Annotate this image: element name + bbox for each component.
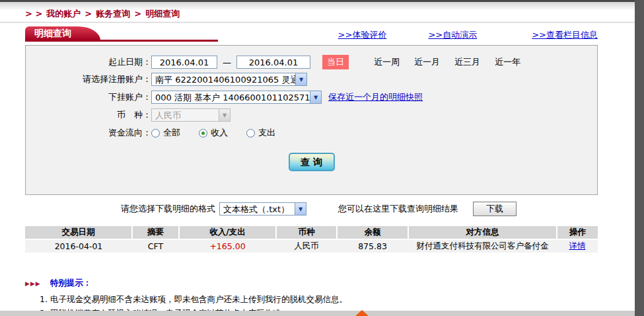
chevron-down-icon[interactable]: ▼ (295, 203, 306, 215)
chevron-down-icon: ▼ (219, 109, 230, 121)
col-header-date: 交易日期 (25, 226, 132, 239)
breadcrumb-prefix: > > (25, 9, 42, 19)
download-format-label: 请您选择下载明细的格式 (121, 203, 215, 215)
currency-label: 币 种： (26, 109, 151, 121)
flow-option-income-label: 收入 (211, 127, 228, 139)
cell-date: 2016-04-01 (25, 239, 132, 253)
date-range-row: 起止日期： — 当日 近一周 近一月 近三月 近一年 (26, 55, 597, 69)
sub-account-row: 下挂账户： 000 活期 基本户 1406600101102571848 ▼ 保… (26, 91, 597, 104)
breadcrumb-item-detail-query[interactable]: 明细查询 (145, 9, 180, 19)
notice-header: ▶▶▶ 特别提示： (25, 278, 606, 289)
breadcrumb-separator: > (85, 9, 92, 19)
breadcrumb-divider (0, 22, 635, 23)
detail-link[interactable]: 详情 (569, 241, 586, 251)
table-row: 2016-04-01 CFT +165.00 人民币 875.83 财付通支付科… (25, 239, 598, 253)
link-view-column-info[interactable]: >>查看栏目信息 (532, 29, 598, 41)
currency-select: 人民币 ▼ (151, 108, 231, 122)
flow-option-expense[interactable]: 支出 (246, 127, 275, 139)
download-row: 请您选择下载明细的格式 文本格式（.txt） ▼ 您可以在这里下载查询明细结果 … (25, 202, 598, 216)
register-account-row: 请选择注册账户： 南平 6222001406100921065 灵通卡 ▼ (26, 73, 597, 86)
date-range-label: 起止日期： (26, 56, 151, 68)
window-right-edge (635, 0, 644, 316)
radio-icon[interactable] (151, 129, 160, 138)
today-badge[interactable]: 当日 (322, 55, 349, 69)
col-header-amount: 收入/支出 (179, 226, 276, 239)
cell-amount: +165.00 (179, 239, 276, 253)
fund-flow-label: 资金流向： (26, 127, 151, 139)
radio-icon[interactable] (246, 129, 255, 138)
flow-option-all[interactable]: 全部 (151, 127, 180, 139)
currency-row: 币 种： 人民币 ▼ (26, 108, 597, 122)
sub-account-value: 000 活期 基本户 1406600101102571848 (152, 91, 310, 103)
flow-option-all-label: 全部 (163, 127, 180, 139)
query-form-panel: 起止日期： — 当日 近一周 近一月 近三月 近一年 请选择注册账户： 南平 6… (25, 45, 598, 195)
breadcrumb: > >我的账户>账务查询>明细查询 (25, 8, 184, 20)
register-account-value: 南平 6222001406100921065 灵通卡 (152, 73, 295, 85)
quick-range-quarter[interactable]: 近三月 (454, 56, 480, 68)
breadcrumb-item-my-account[interactable]: 我的账户 (46, 9, 81, 19)
notice-item-1: 1. 电子现金交易明细不含未达账项，即未包含商户还未上传到我行的脱机交易信息。 (40, 294, 606, 305)
detail-query-page: > >我的账户>账务查询>明细查询 明细查询 >>体验评价 >>自动演示 >>查… (0, 0, 644, 316)
quick-range-year[interactable]: 近一年 (495, 56, 520, 68)
col-header-summary: 摘要 (132, 226, 179, 239)
flow-option-expense-label: 支出 (258, 127, 275, 139)
query-button[interactable]: 查 询 (289, 153, 335, 171)
breadcrumb-separator: > (134, 9, 141, 19)
page-bottom-arrow-icon (355, 310, 369, 316)
quick-range-month[interactable]: 近一月 (414, 56, 440, 68)
col-header-action: 操作 (557, 226, 598, 239)
fund-flow-row: 资金流向： 全部 收入 支出 (26, 127, 597, 139)
register-account-select[interactable]: 南平 6222001406100921065 灵通卡 ▼ (151, 73, 307, 86)
link-experience-rating[interactable]: >>体验评价 (338, 29, 387, 41)
cell-currency: 人民币 (276, 239, 337, 253)
col-header-currency: 币种 (276, 226, 337, 239)
register-account-label: 请选择注册账户： (26, 73, 151, 85)
col-header-balance: 余额 (337, 226, 408, 239)
header-links: >>体验评价 >>自动演示 >>查看栏目信息 (25, 29, 598, 41)
breadcrumb-item-account-query[interactable]: 账务查询 (96, 9, 130, 19)
transactions-table: 交易日期 摘要 收入/支出 币种 余额 对方信息 操作 2016-04-01 C… (25, 226, 598, 253)
date-to-input[interactable] (236, 56, 310, 69)
page-bottom-band (0, 311, 635, 316)
save-snapshot-link[interactable]: 保存近一个月的明细快照 (328, 91, 423, 103)
sub-account-label: 下挂账户： (26, 91, 151, 103)
chevron-down-icon[interactable]: ▼ (295, 73, 306, 85)
download-format-value: 文本格式（.txt） (220, 203, 295, 215)
date-separator: — (223, 58, 231, 67)
date-from-input[interactable] (151, 56, 217, 69)
query-button-row: 查 询 (26, 153, 597, 171)
flow-option-income[interactable]: 收入 (199, 127, 228, 139)
currency-value: 人民币 (152, 109, 219, 121)
sub-account-select[interactable]: 000 活期 基本户 1406600101102571848 ▼ (151, 91, 322, 104)
tab-detail-query: 明细查询 (25, 26, 78, 40)
chevron-down-icon[interactable]: ▼ (310, 91, 321, 103)
cell-summary: CFT (132, 239, 179, 253)
notice-title: 特别提示： (50, 278, 92, 289)
download-format-select[interactable]: 文本格式（.txt） ▼ (219, 202, 306, 216)
download-hint: 您可以在这里下载查询明细结果 (338, 203, 458, 215)
link-auto-demo[interactable]: >>自动演示 (428, 29, 477, 41)
table-header-row: 交易日期 摘要 收入/支出 币种 余额 对方信息 操作 (25, 226, 598, 239)
download-button[interactable]: 下载 (473, 202, 517, 216)
quick-range-week[interactable]: 近一周 (374, 56, 400, 68)
cell-balance: 875.83 (337, 239, 408, 253)
radio-icon[interactable] (199, 129, 207, 138)
notice-arrows-icon: ▶▶▶ (25, 280, 41, 287)
col-header-counterparty: 对方信息 (408, 226, 557, 239)
cell-counterparty: 财付通支付科技有限公司客户备付金 (408, 239, 557, 253)
